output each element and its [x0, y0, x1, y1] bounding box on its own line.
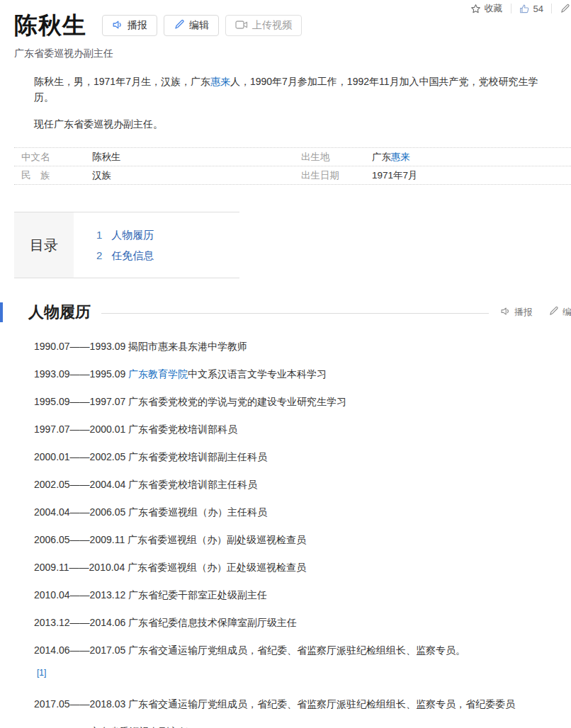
summary-text: 陈秋生，男，1971年7月生，汉族，广东	[34, 76, 210, 87]
timeline-entry: 1990.07——1993.09 揭阳市惠来县东港中学教师	[34, 339, 557, 353]
section-divider	[101, 313, 489, 314]
timeline-entry: 2009.11——2010.04 广东省委巡视组（办）正处级巡视检查员	[34, 560, 557, 574]
section-play-label: 播报	[514, 306, 533, 319]
huilai-link[interactable]: 惠来	[391, 152, 410, 162]
timeline-entry: 2002.05——2004.04 广东省委党校培训部主任科员	[34, 477, 557, 491]
edit-shortcut-button[interactable]	[552, 4, 571, 14]
summary-paragraph: 陈秋生，男，1971年7月生，汉族，广东惠来人，1990年7月参加工作，1992…	[34, 74, 557, 105]
timeline-text: 中文系汉语言文学专业本科学习	[188, 368, 327, 380]
timeline-entry: 2006.05——2009.11 广东省委巡视组（办）副处级巡视检查员	[34, 533, 557, 547]
timeline-entry: 2000.01——2002.05 广东省委党校培训部副主任科员	[34, 450, 557, 464]
star-icon	[470, 4, 481, 14]
info-label: 出生地	[301, 151, 372, 164]
info-value-text: 广东	[372, 152, 391, 162]
section-header-resume: 人物履历 播报 编辑	[0, 302, 571, 323]
info-value: 陈秋生	[92, 151, 121, 164]
reference-line: [1]	[37, 666, 557, 678]
info-value: 1971年7月	[372, 169, 418, 182]
edit-button[interactable]: 编辑	[164, 15, 219, 36]
favorite-button[interactable]: 收藏	[463, 2, 511, 15]
toc-item-resume[interactable]: 1 人物履历	[96, 224, 154, 245]
toc-title: 目录	[14, 212, 74, 278]
top-action-bar: 收藏 54	[463, 2, 571, 15]
section-title: 人物履历	[28, 302, 91, 323]
info-label: 民 族	[21, 169, 92, 182]
like-button[interactable]: 54	[511, 4, 551, 14]
play-audio-button[interactable]: 播报	[102, 15, 157, 36]
toc-item-appointment[interactable]: 2 任免信息	[96, 245, 154, 266]
table-row: 民 族 汉族 出生日期 1971年7月	[14, 166, 571, 185]
speaker-icon	[500, 306, 511, 319]
timeline-entry: 1997.07——2000.01 广东省委党校培训部科员	[34, 422, 557, 436]
timeline-entry: 2017.05——2018.03 广东省交通运输厅党组成员，省纪委、省监察厅派驻…	[34, 697, 557, 711]
info-value: 汉族	[92, 169, 111, 182]
guangdong-education-institute-link[interactable]: 广东教育学院	[128, 368, 188, 380]
timeline-entry: 2018.03——广东省委巡视办副主任	[34, 724, 557, 728]
timeline-text: 1993.09——1995.09	[34, 368, 128, 380]
section-edit-label: 编辑	[562, 306, 571, 319]
upload-video-label: 上传视频	[252, 19, 292, 32]
pencil-icon	[560, 4, 570, 14]
huilai-link[interactable]: 惠来	[210, 76, 230, 87]
pencil-icon	[174, 19, 185, 33]
info-value: 广东惠来	[372, 151, 410, 164]
page-title: 陈秋生	[14, 13, 86, 38]
toc-item-number: 2	[96, 245, 102, 266]
timeline-entry: 2013.12——2014.06 广东省纪委信息技术保障室副厅级主任	[34, 615, 557, 630]
timeline-entry: 2004.04——2006.05 广东省委巡视组（办）主任科员	[34, 505, 557, 519]
timeline-entry: 2014.06——2017.05 广东省交通运输厅党组成员，省纪委、省监察厅派驻…	[34, 643, 557, 657]
video-camera-icon	[235, 20, 248, 32]
toc-item-label[interactable]: 任免信息	[111, 245, 154, 266]
reference-1-link[interactable]: [1]	[37, 668, 46, 678]
thumb-up-icon	[519, 4, 530, 14]
timeline-entry: 1995.09——1997.07 广东省委党校党的学说与党的建设专业研究生学习	[34, 394, 557, 409]
table-row: 中文名 陈秋生 出生地 广东惠来	[14, 148, 571, 166]
info-label: 中文名	[21, 151, 92, 164]
edit-label: 编辑	[189, 19, 209, 32]
play-audio-label: 播报	[128, 19, 147, 32]
summary-section: 陈秋生，男，1971年7月生，汉族，广东惠来人，1990年7月参加工作，1992…	[34, 74, 557, 132]
upload-video-button[interactable]: 上传视频	[225, 15, 302, 36]
pencil-icon	[548, 306, 559, 319]
like-count: 54	[533, 4, 543, 14]
page-subtitle: 广东省委巡视办副主任	[14, 47, 557, 60]
section-play-audio-button[interactable]: 播报	[500, 306, 533, 319]
section-accent-bar	[0, 302, 3, 322]
favorite-label: 收藏	[485, 2, 503, 15]
summary-paragraph: 现任广东省委巡视办副主任。	[34, 117, 557, 132]
info-label: 出生日期	[301, 169, 372, 182]
basic-info-table: 中文名 陈秋生 出生地 广东惠来 民 族 汉族 出生日期 1971年7月	[14, 147, 571, 185]
timeline-entry: 2010.04——2013.12 广东省纪委干部室正处级副主任	[34, 588, 557, 602]
toc-item-number: 1	[96, 224, 102, 245]
timeline-entry: 1993.09——1995.09 广东教育学院中文系汉语言文学专业本科学习	[34, 367, 557, 381]
speaker-icon	[112, 19, 123, 33]
toc-item-label[interactable]: 人物履历	[111, 224, 154, 245]
resume-timeline: 1990.07——1993.09 揭阳市惠来县东港中学教师 1993.09——1…	[34, 339, 557, 728]
table-of-contents: 目录 1 人物履历 2 任免信息	[14, 212, 239, 278]
section-edit-button[interactable]: 编辑	[548, 306, 571, 319]
